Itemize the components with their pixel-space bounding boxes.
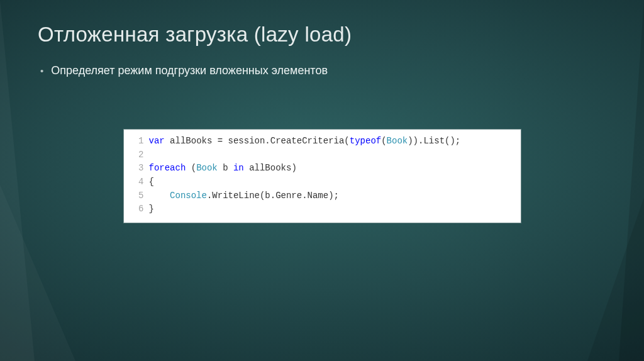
code-type: Book — [387, 136, 408, 146]
bullet-text: Определяет режим подгрузки вложенных эле… — [51, 64, 328, 77]
code-keyword: foreach — [149, 163, 186, 173]
line-number: 3 — [133, 162, 144, 175]
code-keyword: in — [233, 163, 244, 173]
line-number: 4 — [133, 175, 144, 189]
code-keyword: var — [149, 136, 165, 146]
code-type: Console — [170, 191, 207, 201]
code-text: ( — [381, 136, 386, 146]
line-number: 6 — [133, 203, 144, 216]
code-text: b — [218, 163, 233, 173]
code-keyword: typeof — [350, 136, 381, 146]
code-text: } — [149, 204, 154, 214]
bullet-dot-icon: • — [40, 66, 43, 75]
line-number: 5 — [133, 189, 144, 203]
code-text — [149, 191, 170, 201]
code-text: )).List(); — [408, 136, 460, 146]
slide-title: Отложенная загрузка (lazy load) — [38, 23, 606, 47]
code-text: .WriteLine(b.Genre.Name); — [207, 191, 339, 201]
code-text: allBooks) — [244, 163, 297, 173]
line-number: 2 — [133, 148, 144, 162]
bullet-item: • Определяет режим подгрузки вложенных э… — [40, 64, 606, 77]
code-type: Book — [196, 163, 218, 173]
code-snippet: 1var allBooks = session.CreateCriteria(t… — [123, 129, 521, 223]
slide-content: Отложенная загрузка (lazy load) • Опреде… — [0, 0, 644, 361]
line-number: 1 — [133, 135, 144, 148]
code-text: ( — [186, 163, 196, 173]
code-text: { — [149, 177, 154, 187]
code-text: allBooks = session.CreateCriteria( — [165, 136, 350, 146]
